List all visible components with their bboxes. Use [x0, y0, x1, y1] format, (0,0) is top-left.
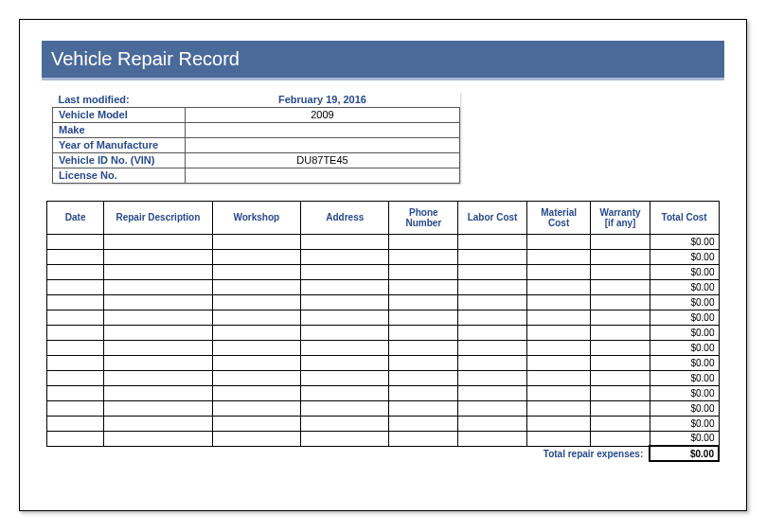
- cell-address[interactable]: [301, 234, 389, 249]
- cell-date[interactable]: [47, 370, 104, 385]
- cell-address[interactable]: [301, 400, 389, 416]
- cell-phone[interactable]: [389, 431, 458, 446]
- cell-desc[interactable]: [104, 264, 212, 279]
- cell-date[interactable]: [47, 325, 104, 340]
- cell-address[interactable]: [301, 279, 389, 294]
- cell-date[interactable]: [47, 355, 104, 370]
- cell-labor[interactable]: [458, 400, 527, 416]
- cell-warranty[interactable]: [591, 249, 650, 264]
- cell-phone[interactable]: [389, 400, 458, 416]
- cell-warranty[interactable]: [591, 355, 650, 370]
- cell-phone[interactable]: [389, 370, 458, 385]
- cell-date[interactable]: [47, 279, 104, 294]
- cell-desc[interactable]: [104, 325, 212, 340]
- cell-address[interactable]: [301, 416, 389, 431]
- cell-date[interactable]: [47, 340, 104, 355]
- cell-phone[interactable]: [389, 340, 458, 355]
- cell-labor[interactable]: [458, 279, 527, 294]
- cell-warranty[interactable]: [591, 385, 650, 400]
- cell-workshop[interactable]: [212, 234, 300, 249]
- cell-desc[interactable]: [104, 431, 212, 446]
- cell-material[interactable]: [526, 400, 591, 416]
- cell-workshop[interactable]: [212, 279, 300, 294]
- cell-address[interactable]: [301, 294, 389, 310]
- cell-desc[interactable]: [104, 385, 212, 400]
- cell-warranty[interactable]: [591, 400, 650, 416]
- make-value[interactable]: [186, 122, 460, 137]
- cell-desc[interactable]: [104, 416, 212, 431]
- cell-warranty[interactable]: [591, 370, 650, 385]
- cell-date[interactable]: [47, 294, 104, 310]
- cell-date[interactable]: [47, 310, 104, 325]
- cell-phone[interactable]: [389, 325, 458, 340]
- cell-warranty[interactable]: [591, 416, 650, 431]
- cell-material[interactable]: [526, 249, 591, 264]
- cell-warranty[interactable]: [591, 325, 650, 340]
- cell-labor[interactable]: [458, 325, 527, 340]
- cell-desc[interactable]: [104, 340, 212, 355]
- cell-phone[interactable]: [389, 264, 458, 279]
- cell-material[interactable]: [526, 385, 591, 400]
- cell-material[interactable]: [526, 234, 591, 249]
- cell-date[interactable]: [47, 385, 104, 400]
- cell-labor[interactable]: [458, 416, 527, 431]
- cell-desc[interactable]: [104, 355, 212, 370]
- cell-desc[interactable]: [104, 310, 212, 325]
- cell-workshop[interactable]: [212, 400, 300, 416]
- cell-address[interactable]: [301, 370, 389, 385]
- cell-labor[interactable]: [458, 431, 527, 446]
- cell-workshop[interactable]: [212, 370, 300, 385]
- cell-desc[interactable]: [104, 400, 212, 416]
- cell-phone[interactable]: [389, 385, 458, 400]
- cell-address[interactable]: [301, 431, 389, 446]
- cell-warranty[interactable]: [591, 264, 650, 279]
- cell-phone[interactable]: [389, 234, 458, 249]
- cell-labor[interactable]: [458, 249, 527, 264]
- cell-labor[interactable]: [458, 370, 527, 385]
- cell-workshop[interactable]: [212, 416, 300, 431]
- cell-labor[interactable]: [458, 355, 527, 370]
- cell-material[interactable]: [526, 340, 591, 355]
- year-value[interactable]: [186, 137, 460, 152]
- cell-date[interactable]: [47, 264, 104, 279]
- cell-address[interactable]: [301, 340, 389, 355]
- cell-material[interactable]: [526, 264, 591, 279]
- cell-desc[interactable]: [104, 294, 212, 310]
- cell-phone[interactable]: [389, 355, 458, 370]
- cell-desc[interactable]: [104, 249, 212, 264]
- cell-workshop[interactable]: [212, 385, 300, 400]
- cell-date[interactable]: [47, 431, 104, 446]
- cell-address[interactable]: [301, 355, 389, 370]
- cell-workshop[interactable]: [212, 340, 300, 355]
- cell-warranty[interactable]: [591, 294, 650, 310]
- cell-material[interactable]: [526, 310, 591, 325]
- cell-labor[interactable]: [458, 385, 527, 400]
- cell-warranty[interactable]: [591, 310, 650, 325]
- cell-workshop[interactable]: [212, 355, 300, 370]
- cell-workshop[interactable]: [212, 249, 300, 264]
- cell-material[interactable]: [526, 416, 591, 431]
- cell-material[interactable]: [526, 294, 591, 310]
- cell-date[interactable]: [47, 234, 104, 249]
- cell-address[interactable]: [301, 249, 389, 264]
- vehicle-model-value[interactable]: 2009: [186, 107, 460, 122]
- cell-material[interactable]: [526, 325, 591, 340]
- cell-labor[interactable]: [458, 294, 527, 310]
- cell-material[interactable]: [526, 431, 591, 446]
- cell-date[interactable]: [47, 400, 104, 416]
- cell-warranty[interactable]: [591, 279, 650, 294]
- cell-labor[interactable]: [458, 340, 527, 355]
- cell-desc[interactable]: [104, 234, 212, 249]
- cell-labor[interactable]: [458, 264, 527, 279]
- cell-warranty[interactable]: [591, 431, 650, 446]
- cell-desc[interactable]: [104, 279, 212, 294]
- cell-phone[interactable]: [389, 249, 458, 264]
- cell-desc[interactable]: [104, 370, 212, 385]
- cell-date[interactable]: [47, 249, 104, 264]
- cell-phone[interactable]: [389, 279, 458, 294]
- cell-phone[interactable]: [389, 294, 458, 310]
- license-value[interactable]: [186, 168, 460, 183]
- cell-workshop[interactable]: [212, 294, 300, 310]
- cell-warranty[interactable]: [591, 340, 650, 355]
- cell-address[interactable]: [301, 264, 389, 279]
